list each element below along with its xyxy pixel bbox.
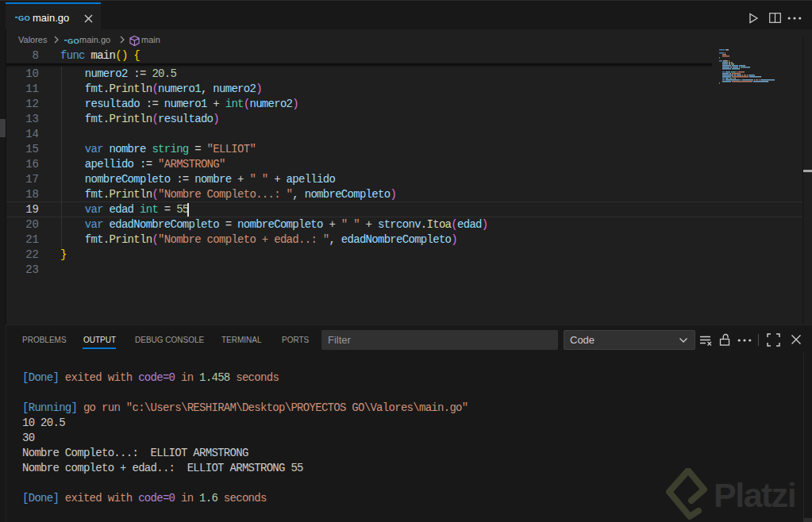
- svg-text:GO: GO: [67, 36, 79, 45]
- svg-text:GO: GO: [18, 13, 30, 22]
